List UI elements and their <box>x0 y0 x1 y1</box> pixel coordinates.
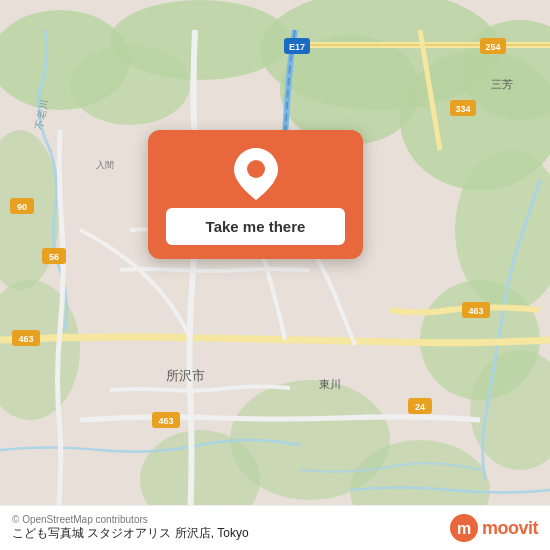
svg-text:E17: E17 <box>289 42 305 52</box>
svg-text:三芳: 三芳 <box>491 78 513 90</box>
svg-point-42 <box>247 160 265 178</box>
place-name: こども写真城 スタジオアリス 所沢店, Tokyo <box>12 525 450 542</box>
bottom-left-section: © OpenStreetMap contributors こども写真城 スタジオ… <box>12 514 450 542</box>
svg-text:所沢市: 所沢市 <box>166 368 205 383</box>
moovit-icon: m <box>450 514 478 542</box>
svg-text:m: m <box>457 520 471 537</box>
svg-text:463: 463 <box>18 334 33 344</box>
svg-text:24: 24 <box>415 402 425 412</box>
bottom-bar: © OpenStreetMap contributors こども写真城 スタジオ… <box>0 505 550 550</box>
map-background: E17 254 334 56 463 463 24 463 90 所沢市 <box>0 0 550 550</box>
popup-card: Take me there <box>148 130 363 259</box>
svg-point-7 <box>70 45 190 125</box>
svg-text:463: 463 <box>158 416 173 426</box>
svg-text:90: 90 <box>17 202 27 212</box>
svg-text:334: 334 <box>455 104 470 114</box>
svg-text:56: 56 <box>49 252 59 262</box>
location-pin-icon <box>234 148 278 200</box>
svg-text:254: 254 <box>485 42 500 52</box>
moovit-logo: m moovit <box>450 514 538 542</box>
moovit-text: moovit <box>482 518 538 539</box>
svg-text:入間: 入間 <box>96 160 114 170</box>
svg-text:463: 463 <box>468 306 483 316</box>
take-me-there-button[interactable]: Take me there <box>166 208 345 245</box>
map-container: E17 254 334 56 463 463 24 463 90 所沢市 <box>0 0 550 550</box>
attribution-text: © OpenStreetMap contributors <box>12 514 450 525</box>
bottom-right-section: m moovit <box>450 514 538 542</box>
svg-text:東川: 東川 <box>319 378 341 390</box>
